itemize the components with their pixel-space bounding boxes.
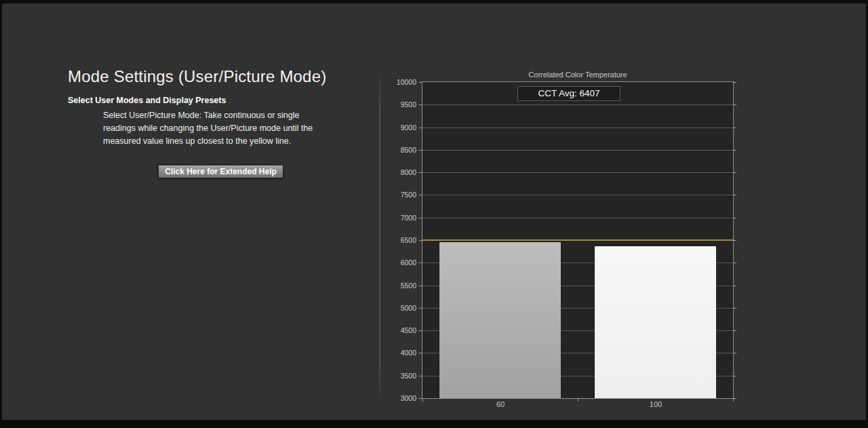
y-axis-label: 4500: [382, 326, 416, 334]
y-axis-tick: [419, 330, 422, 331]
instructions-text: Select User/Picture Mode: Take continuou…: [103, 109, 313, 148]
gridline: [422, 218, 733, 218]
mode-settings-page: Mode Settings (User/Picture Mode) Select…: [2, 3, 866, 420]
x-axis-tick: [578, 399, 578, 402]
y-axis-tick: [734, 150, 736, 151]
y-axis-tick: [419, 128, 422, 128]
y-axis-tick: [419, 262, 422, 263]
y-axis-tick: [734, 308, 736, 309]
y-axis-tick: [419, 240, 422, 241]
y-axis-label: 3500: [382, 372, 416, 380]
y-axis-label: 8000: [382, 168, 416, 176]
target-line: [422, 239, 733, 241]
y-axis-label: 9000: [382, 123, 416, 132]
y-axis-tick: [734, 195, 736, 195]
section-heading: Select User Modes and Display Presets: [68, 96, 226, 105]
y-axis-tick: [419, 398, 422, 399]
bar-60: [439, 242, 561, 398]
y-axis-tick: [419, 104, 422, 105]
y-axis-label: 9500: [382, 100, 416, 109]
y-axis-tick: [734, 172, 736, 173]
y-axis-label: 5500: [382, 281, 416, 290]
y-axis-tick: [419, 286, 422, 286]
y-axis-tick: [734, 218, 736, 218]
instructions-line: Select User/Picture Mode: Take continuou…: [103, 109, 313, 122]
y-axis-tick: [419, 353, 422, 353]
y-axis-tick: [419, 376, 422, 376]
y-axis-label: 3000: [382, 394, 416, 402]
plot-area: [422, 81, 734, 399]
x-axis-label: 60: [480, 400, 521, 408]
chart-title: Correlated Color Temperature: [422, 71, 734, 79]
y-axis-tick: [419, 218, 422, 218]
y-axis-tick: [734, 128, 736, 128]
x-axis-label: 100: [635, 400, 676, 408]
y-axis-tick: [734, 240, 736, 241]
gridline: [422, 150, 733, 151]
y-axis-label: 7500: [382, 191, 416, 199]
gridline: [422, 172, 733, 173]
gridline: [422, 128, 733, 128]
y-axis-label: 6000: [382, 258, 416, 267]
y-axis-tick: [734, 330, 736, 331]
y-axis-tick: [419, 172, 422, 173]
x-axis-tick: [422, 399, 423, 402]
y-axis-tick: [734, 353, 736, 353]
y-axis-tick: [734, 262, 736, 263]
y-axis-label: 8500: [382, 146, 416, 154]
instructions-line: measured value lines up closest to the y…: [103, 135, 313, 148]
y-axis-tick: [419, 195, 422, 195]
y-axis-tick: [419, 82, 422, 83]
y-axis-label: 5000: [382, 304, 416, 312]
x-axis-tick: [733, 399, 734, 402]
y-axis-label: 7000: [382, 214, 416, 222]
y-axis-label: 4000: [382, 349, 416, 357]
page-title: Mode Settings (User/Picture Mode): [68, 67, 326, 86]
y-axis-tick: [734, 82, 736, 83]
y-axis-label: 10000: [382, 78, 416, 86]
y-axis-tick: [734, 104, 736, 105]
y-axis-label: 6500: [382, 236, 416, 244]
y-axis-tick: [734, 376, 736, 376]
y-axis-tick: [419, 308, 422, 309]
instructions-line: readings while changing the User/Picture…: [103, 122, 313, 135]
y-axis-tick: [734, 286, 736, 286]
y-axis-tick: [419, 150, 422, 151]
cct-avg-badge: CCT Avg: 6407: [517, 86, 620, 101]
gridline: [422, 104, 733, 105]
y-axis-tick: [734, 398, 736, 399]
bar-100: [595, 246, 716, 398]
panel-divider: [379, 71, 380, 405]
app-window: Mode Settings (User/Picture Mode) Select…: [0, 0, 868, 428]
gridline: [422, 195, 733, 195]
extended-help-button[interactable]: Click Here for Extended Help: [158, 165, 283, 178]
